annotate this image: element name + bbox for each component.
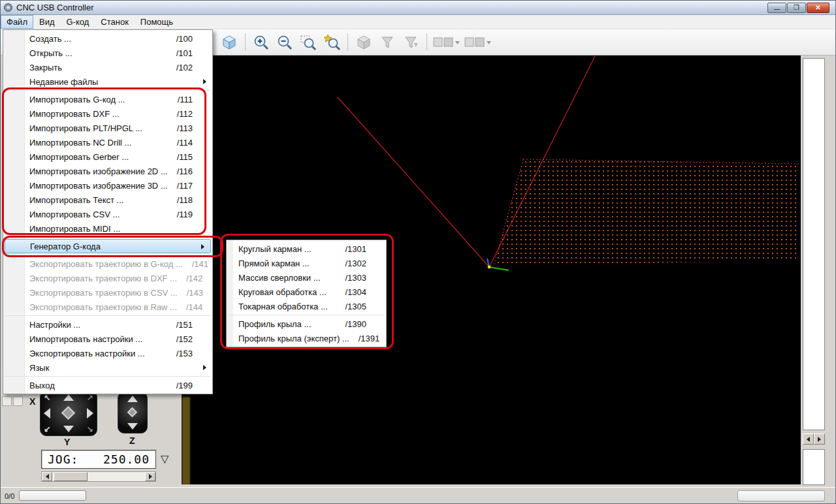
jog-y-plus-arrow[interactable] (63, 394, 74, 401)
jog-z-minus-arrow[interactable] (127, 423, 138, 430)
progress-bar-right (737, 490, 825, 501)
jog-diagonal-nw-arrow[interactable]: ↖ (44, 394, 50, 402)
menu-item-label: Импортировать PLT/HPGL ... (29, 123, 168, 133)
menubar-item[interactable]: Станок (95, 15, 135, 29)
jog-pad-z[interactable] (118, 392, 148, 433)
menu-item[interactable]: Профиль крыла (эксперт) .../1391 (227, 331, 386, 345)
menubar-item[interactable]: Помощь (135, 15, 179, 29)
menu-item[interactable]: Круглый карман .../1301 (227, 242, 386, 256)
menu-item-shortcut: /111 (178, 95, 193, 104)
menubar-item[interactable]: G-код (61, 15, 95, 29)
menu-item-label: Создать ... (29, 34, 167, 44)
jog-y-minus-arrow[interactable] (63, 426, 74, 432)
menu-item-label: Импортировать Gerber ... (29, 152, 168, 162)
menu-item[interactable]: Импортировать изображение 3D .../117 (3, 178, 212, 193)
close-button[interactable] (807, 3, 829, 13)
menu-item[interactable]: Закрыть/102 (3, 60, 212, 74)
menu-separator (229, 315, 384, 315)
toolbar-separator (245, 33, 246, 51)
titlebar: CNC USB Controller (1, 1, 835, 15)
toolbar-separator (347, 33, 348, 51)
menu-item-label: Экспортировать траекторию в G-код ... (29, 259, 183, 269)
jog-diagonal-se-arrow[interactable]: ↘ (87, 425, 93, 433)
minimize-button[interactable] (767, 3, 786, 13)
menu-item[interactable]: Импортировать Gerber .../115 (3, 150, 212, 164)
menu-separator (5, 376, 210, 377)
menu-item[interactable]: Круговая обработка .../1304 (227, 285, 386, 299)
jog-z-plus-arrow[interactable] (127, 396, 138, 402)
menu-item[interactable]: Недавние файлы (3, 74, 212, 89)
menu-item-label: Язык (29, 363, 193, 373)
menu-item[interactable]: Импортировать MIDI ... (3, 221, 212, 236)
menu-item-label: Круговая обработка ... (238, 287, 336, 297)
view-3d-cube-icon[interactable] (217, 32, 241, 53)
menu-item[interactable]: Язык (3, 360, 212, 375)
menu-item-shortcut: /102 (176, 63, 193, 72)
menu-item-label: Профиль крыла (эксперт) ... (238, 334, 349, 343)
menu-item[interactable]: Профиль крыла .../1390 (227, 317, 386, 331)
menu-item-shortcut: /116 (177, 166, 193, 176)
submenu-arrow-icon (203, 79, 206, 84)
jog-speed-display: JOG: 250.00 (41, 450, 156, 469)
menu-item-shortcut: /1301 (345, 244, 366, 254)
menu-item[interactable]: Импортировать изображение 2D .../116 (3, 164, 212, 178)
menu-item: Экспортировать траекторию в G-код .../14… (3, 257, 212, 271)
menu-item[interactable]: Импортировать CSV .../119 (3, 207, 212, 221)
menu-item[interactable]: Импортировать PLT/HPGL .../113 (3, 121, 212, 135)
menu-item-shortcut: /152 (176, 334, 193, 344)
jog-label: JOG: (48, 452, 78, 466)
menu-item-label: Импортировать MIDI ... (29, 224, 193, 234)
menu-item: Экспортировать траекторию в DXF .../142 (3, 271, 212, 285)
menu-item[interactable]: Выход/199 (3, 378, 212, 392)
zoom-out-icon[interactable] (273, 32, 297, 53)
menu-item[interactable]: Создать .../100 (3, 31, 212, 46)
jog-diagonal-ne-arrow[interactable]: ↗ (87, 394, 93, 402)
menu-item-label: Экспортировать траекторию в DXF ... (29, 274, 177, 283)
menu-item[interactable]: Открыть .../101 (3, 46, 212, 60)
scrollbar-track[interactable] (52, 472, 145, 481)
menu-item-label: Открыть ... (29, 48, 167, 58)
menu-item[interactable]: Массив сверловки .../1303 (227, 270, 386, 285)
menu-item[interactable]: Импортировать DXF .../112 (3, 106, 212, 121)
scroll-left-button[interactable] (42, 472, 52, 481)
scrollbar-thumb[interactable] (54, 472, 88, 481)
zoom-window-icon[interactable] (297, 32, 320, 53)
jog-dropdown-icon[interactable]: ▽ (161, 452, 169, 465)
jog-x-minus-arrow[interactable] (44, 408, 50, 418)
submenu-arrow-icon (203, 365, 206, 370)
menu-item[interactable]: Настройки .../151 (3, 317, 212, 332)
menu-item-label: Настройки ... (29, 320, 167, 330)
menu-item-label: Токарная обработка ... (238, 302, 336, 311)
zoom-tool-icon[interactable] (320, 32, 344, 53)
menu-item[interactable]: Генератор G-кода (5, 239, 211, 253)
scroll-right-button[interactable] (814, 433, 825, 445)
menu-item-shortcut: /101 (176, 48, 193, 58)
menu-item[interactable]: Импортировать Текст .../118 (3, 193, 212, 207)
menu-item[interactable]: Прямой карман .../1302 (227, 256, 386, 270)
menubar-item[interactable]: Вид (33, 15, 61, 29)
menu-item[interactable]: Токарная обработка .../1305 (227, 299, 386, 313)
zoom-in-icon[interactable] (249, 32, 273, 53)
window-title: CNC USB Controller (16, 3, 93, 12)
jog-center-stop[interactable] (61, 406, 75, 420)
menu-item-shortcut: /1302 (345, 259, 366, 268)
jog-diagonal-sw-arrow[interactable]: ↙ (44, 425, 50, 433)
menu-item-label: Импортировать Текст ... (29, 195, 168, 205)
menu-item[interactable]: Экспортировать настройки .../153 (3, 346, 212, 360)
menu-item-label: Массив сверловки ... (238, 273, 336, 283)
maximize-button[interactable] (787, 3, 806, 13)
menu-item[interactable]: Импортировать настройки .../152 (3, 332, 212, 346)
scroll-left-button[interactable] (803, 433, 814, 445)
jog-pad-xy[interactable]: ↖ ↗ ↙ ↘ (40, 390, 97, 436)
jog-speed-scrollbar[interactable] (41, 471, 156, 482)
scroll-right-button[interactable] (145, 472, 155, 481)
menu-item[interactable]: Импортировать G-код .../111 (3, 92, 212, 106)
jog-z-center-stop[interactable] (127, 407, 138, 418)
jog-x-plus-arrow[interactable] (87, 408, 93, 418)
menu-item[interactable]: Импортировать NC Drill .../114 (3, 135, 212, 150)
statusbar: 0/0 (1, 487, 835, 504)
menubar-item[interactable]: Файл (1, 15, 33, 29)
filter-toolpath-2-icon (399, 32, 423, 53)
menu-item-shortcut: /1303 (345, 273, 366, 283)
menu-item-label: Импортировать изображение 2D ... (29, 166, 168, 176)
